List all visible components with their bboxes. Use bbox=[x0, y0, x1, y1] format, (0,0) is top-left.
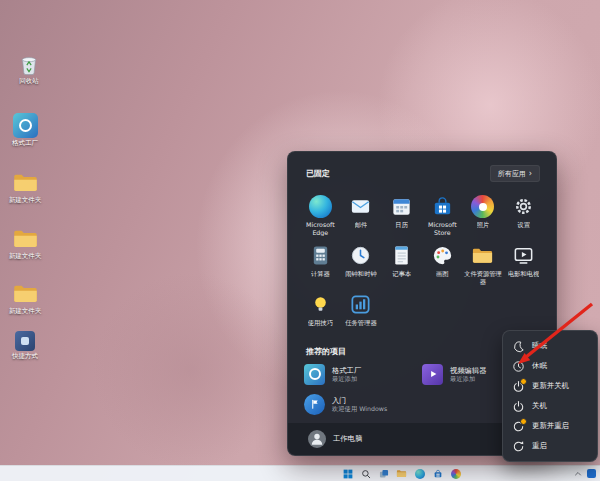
desktop-icon-label: 新建文件夹 bbox=[9, 253, 42, 260]
tray-chevron-up-icon[interactable] bbox=[572, 468, 583, 479]
moon-icon bbox=[512, 340, 525, 353]
recommended-header: 推荐的项目 bbox=[306, 347, 346, 356]
mail-icon bbox=[348, 194, 373, 219]
notepad-icon bbox=[389, 243, 414, 268]
desktop-icon-folder-3[interactable]: 新建文件夹 bbox=[0, 280, 50, 315]
power-menu-item-sleep[interactable]: 睡眠 bbox=[503, 336, 597, 356]
wallpaper-bloom bbox=[60, 240, 320, 481]
power-menu-item-hibernate[interactable]: 休眠 bbox=[503, 356, 597, 376]
task-manager-icon bbox=[348, 292, 373, 317]
video-editor-icon bbox=[422, 364, 443, 385]
movies-tv-icon bbox=[511, 243, 536, 268]
start-app-paint[interactable]: 画图 bbox=[422, 240, 463, 287]
restart-icon bbox=[512, 420, 525, 433]
recommended-item-format-factory[interactable]: 格式工厂 最近添加 bbox=[304, 364, 422, 385]
taskbar-file-explorer-button[interactable] bbox=[396, 468, 407, 479]
power-menu-item-update-shutdown[interactable]: 更新并关机 bbox=[503, 376, 597, 396]
power-icon bbox=[512, 400, 525, 413]
taskbar-start-button[interactable] bbox=[342, 468, 353, 479]
all-apps-button[interactable]: 所有应用 › bbox=[490, 165, 540, 182]
start-app-mail[interactable]: 邮件 bbox=[341, 191, 382, 238]
start-app-notepad[interactable]: 记事本 bbox=[381, 240, 422, 287]
start-app-calendar[interactable]: 日历 bbox=[381, 191, 422, 238]
power-flyout-menu: 睡眠 休眠 更新并关机 关机 bbox=[502, 330, 598, 462]
power-menu-item-shutdown[interactable]: 关机 bbox=[503, 396, 597, 416]
desktop-icon-label: 回收站 bbox=[19, 78, 39, 85]
start-app-alarms[interactable]: 闹钟和时钟 bbox=[341, 240, 382, 287]
recommended-item-get-started[interactable]: 入门 欢迎使用 Windows bbox=[304, 394, 422, 415]
clock-icon bbox=[348, 243, 373, 268]
update-badge bbox=[520, 378, 527, 385]
desktop-icon-label: 格式工厂 bbox=[12, 140, 38, 147]
recycle-bin-icon bbox=[16, 50, 43, 77]
desktop-icon-folder-1[interactable]: 新建文件夹 bbox=[0, 169, 50, 204]
get-started-flag-icon bbox=[304, 394, 325, 415]
user-account-button[interactable]: 工作电脑 bbox=[308, 430, 362, 448]
start-app-file-explorer[interactable]: 文件资源管理器 bbox=[463, 240, 504, 287]
desktop-icon-label: 新建文件夹 bbox=[9, 308, 42, 315]
start-app-edge[interactable]: Microsoft Edge bbox=[300, 191, 341, 238]
restart-icon bbox=[512, 440, 525, 453]
desktop-icon-folder-2[interactable]: 新建文件夹 bbox=[0, 225, 50, 260]
start-app-settings[interactable]: 设置 bbox=[503, 191, 544, 238]
power-icon bbox=[512, 380, 525, 393]
taskbar-edge-button[interactable] bbox=[414, 468, 425, 479]
tray-icon[interactable] bbox=[587, 469, 596, 478]
update-badge bbox=[520, 418, 527, 425]
paint-palette-icon bbox=[430, 243, 455, 268]
pinned-header: 已固定 bbox=[306, 168, 330, 179]
start-app-tips[interactable]: 使用技巧 bbox=[300, 289, 341, 329]
store-icon bbox=[430, 194, 455, 219]
folder-icon bbox=[12, 225, 39, 252]
start-app-movies-tv[interactable]: 电影和电视 bbox=[503, 240, 544, 287]
desktop-icon-label: 新建文件夹 bbox=[9, 197, 42, 204]
calendar-icon bbox=[389, 194, 414, 219]
taskbar-task-view-button[interactable] bbox=[378, 468, 389, 479]
desktop-icon-recycle-bin[interactable]: 回收站 bbox=[4, 50, 54, 85]
start-app-photos[interactable]: 照片 bbox=[463, 191, 504, 238]
taskbar bbox=[0, 465, 600, 481]
chevron-right-icon: › bbox=[529, 170, 532, 178]
gear-icon bbox=[511, 194, 536, 219]
power-menu-item-update-restart[interactable]: 更新并重启 bbox=[503, 416, 597, 436]
folder-icon bbox=[12, 280, 39, 307]
desktop-icon-format-factory[interactable]: 格式工厂 bbox=[0, 112, 50, 147]
start-app-store[interactable]: Microsoft Store bbox=[422, 191, 463, 238]
hibernate-clock-icon bbox=[512, 360, 525, 373]
format-factory-icon bbox=[12, 112, 39, 139]
start-app-calculator[interactable]: 计算器 bbox=[300, 240, 341, 287]
folder-icon bbox=[12, 169, 39, 196]
photos-icon bbox=[470, 194, 495, 219]
format-factory-icon bbox=[304, 364, 325, 385]
taskbar-store-button[interactable] bbox=[432, 468, 443, 479]
desktop-icon-label: 快捷方式 bbox=[12, 353, 38, 360]
shortcut-icon bbox=[14, 330, 36, 352]
taskbar-photos-button[interactable] bbox=[450, 468, 461, 479]
avatar bbox=[308, 430, 326, 448]
pinned-app-grid: Microsoft Edge 邮件 bbox=[288, 189, 556, 329]
power-menu-item-restart[interactable]: 重启 bbox=[503, 436, 597, 456]
desktop-icon-shortcut[interactable]: 快捷方式 bbox=[0, 330, 50, 360]
start-app-task-manager[interactable]: 任务管理器 bbox=[341, 289, 382, 329]
lightbulb-icon bbox=[308, 292, 333, 317]
edge-icon bbox=[308, 194, 333, 219]
calculator-icon bbox=[308, 243, 333, 268]
folder-icon bbox=[470, 243, 495, 268]
taskbar-search-button[interactable] bbox=[360, 468, 371, 479]
desktop[interactable]: { "desktop": { "icons": [ { "label": "回收… bbox=[0, 0, 600, 481]
